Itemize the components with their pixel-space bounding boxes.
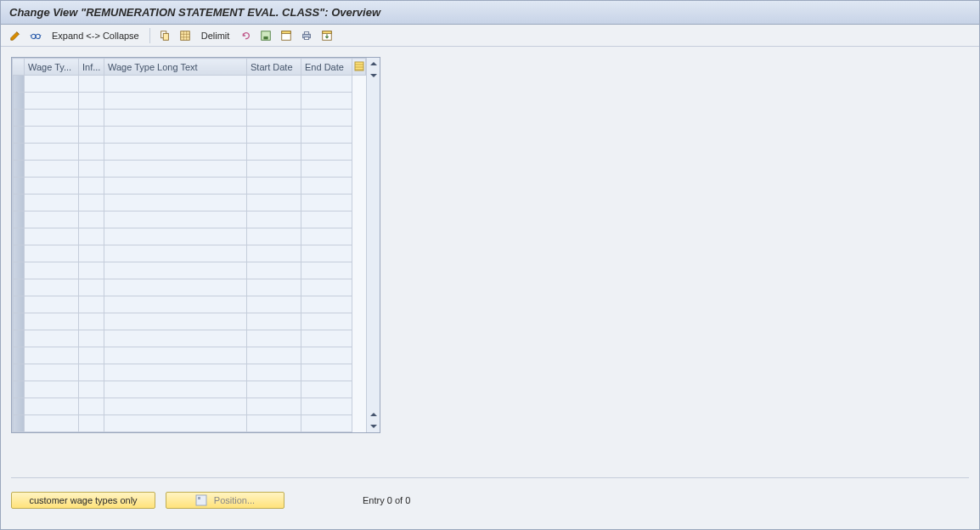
cell[interactable] (301, 381, 352, 398)
cell[interactable] (301, 76, 352, 93)
cell[interactable] (104, 296, 247, 313)
cell[interactable] (104, 161, 247, 178)
cell[interactable] (247, 262, 301, 279)
cell[interactable] (25, 195, 79, 211)
cell[interactable] (247, 398, 301, 415)
cell[interactable] (104, 398, 247, 415)
column-header[interactable]: Wage Type Long Text (104, 59, 247, 76)
cell[interactable] (25, 262, 79, 279)
cell[interactable] (79, 279, 104, 296)
cell[interactable] (247, 211, 301, 228)
cell[interactable] (301, 398, 352, 415)
cell[interactable] (25, 76, 79, 93)
cell[interactable] (301, 110, 352, 127)
cell[interactable] (25, 228, 79, 245)
cell[interactable] (104, 195, 247, 211)
scroll-down-small-icon[interactable] (368, 70, 380, 82)
row-selector[interactable] (13, 398, 25, 415)
expand-collapse-label[interactable]: Expand <-> Collapse (48, 31, 143, 41)
cell[interactable] (79, 228, 104, 245)
cell[interactable] (79, 110, 104, 127)
row-selector[interactable] (13, 262, 25, 279)
cell[interactable] (25, 110, 79, 127)
glasses-details-icon[interactable] (28, 28, 43, 43)
row-selector[interactable] (13, 178, 25, 195)
cell[interactable] (104, 76, 247, 93)
cell[interactable] (79, 245, 104, 262)
cell[interactable] (79, 178, 104, 195)
cell[interactable] (79, 93, 104, 110)
cell[interactable] (247, 76, 301, 93)
column-header[interactable]: End Date (301, 59, 352, 76)
cell[interactable] (25, 178, 79, 195)
column-header[interactable]: Inf... (79, 59, 104, 76)
cell[interactable] (301, 127, 352, 144)
row-selector[interactable] (13, 245, 25, 262)
row-selector[interactable] (13, 110, 25, 127)
cell[interactable] (25, 313, 79, 330)
row-selector[interactable] (13, 228, 25, 245)
cell[interactable] (79, 330, 104, 347)
cell[interactable] (247, 144, 301, 161)
toggle-edit-icon[interactable] (8, 28, 23, 43)
row-selector[interactable] (13, 415, 25, 432)
cell[interactable] (301, 245, 352, 262)
cell[interactable] (104, 313, 247, 330)
cell[interactable] (25, 161, 79, 178)
cell[interactable] (301, 313, 352, 330)
cell[interactable] (25, 245, 79, 262)
cell[interactable] (25, 211, 79, 228)
cell[interactable] (104, 262, 247, 279)
cell[interactable] (25, 398, 79, 415)
cell[interactable] (301, 347, 352, 364)
row-selector[interactable] (13, 144, 25, 161)
cell[interactable] (25, 296, 79, 313)
export-icon[interactable] (319, 28, 335, 43)
cell[interactable] (104, 279, 247, 296)
cell[interactable] (79, 313, 104, 330)
cell[interactable] (79, 211, 104, 228)
cell[interactable] (25, 347, 79, 364)
cell[interactable] (104, 381, 247, 398)
cell[interactable] (301, 364, 352, 381)
cell[interactable] (79, 364, 104, 381)
cell[interactable] (301, 330, 352, 347)
cell[interactable] (79, 347, 104, 364)
cell[interactable] (301, 262, 352, 279)
row-selector[interactable] (13, 279, 25, 296)
cell[interactable] (104, 127, 247, 144)
cell[interactable] (79, 415, 104, 432)
cell[interactable] (25, 93, 79, 110)
row-selector[interactable] (13, 313, 25, 330)
row-selector[interactable] (13, 364, 25, 381)
cell[interactable] (247, 279, 301, 296)
cell[interactable] (104, 415, 247, 432)
scroll-up-icon[interactable] (368, 58, 380, 70)
cell[interactable] (79, 262, 104, 279)
cell[interactable] (104, 178, 247, 195)
cell[interactable] (247, 347, 301, 364)
cell[interactable] (247, 330, 301, 347)
cell[interactable] (301, 415, 352, 432)
cell[interactable] (247, 381, 301, 398)
cell[interactable] (25, 364, 79, 381)
cell[interactable] (247, 110, 301, 127)
row-selector[interactable] (13, 381, 25, 398)
cell[interactable] (247, 313, 301, 330)
undo-icon[interactable] (238, 28, 253, 43)
cell[interactable] (79, 398, 104, 415)
cell[interactable] (301, 228, 352, 245)
vertical-scrollbar[interactable] (366, 58, 380, 432)
cell[interactable] (301, 144, 352, 161)
cell[interactable] (25, 381, 79, 398)
cell[interactable] (79, 76, 104, 93)
cell[interactable] (247, 161, 301, 178)
cell[interactable] (79, 161, 104, 178)
column-header[interactable]: Wage Ty... (25, 59, 79, 76)
cell[interactable] (247, 245, 301, 262)
copy-icon[interactable] (157, 28, 172, 43)
select-all-icon[interactable] (177, 28, 193, 43)
table-settings-icon[interactable] (279, 28, 294, 43)
cell[interactable] (247, 127, 301, 144)
cell[interactable] (79, 195, 104, 211)
